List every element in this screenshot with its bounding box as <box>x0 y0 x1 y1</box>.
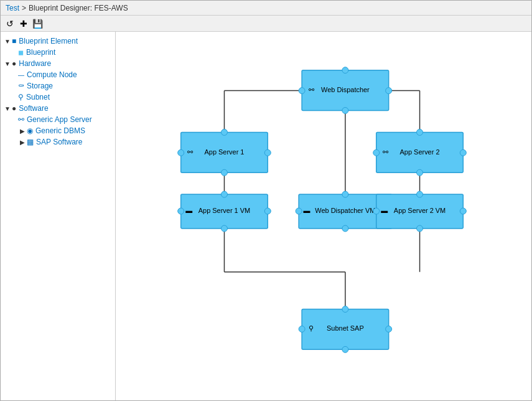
main-content: ▼ ■ Blueprint Element ◼ Blueprint ▼ ● Ha… <box>1 32 531 400</box>
hardware-icon: ● <box>12 59 16 68</box>
generic-app-server-label: Generic App Server <box>27 115 92 124</box>
breadcrumb-separator: > <box>22 4 26 12</box>
software-label: Software <box>19 104 48 113</box>
svg-point-31 <box>264 208 271 214</box>
subnet-sap-label: Subnet SAP <box>327 324 364 332</box>
svg-point-49 <box>386 326 392 332</box>
svg-point-38 <box>342 191 348 197</box>
canvas-area: ⚯ Web Dispatcher ⚯ App Server 1 <box>116 32 531 400</box>
web-dispatcher-label: Web Dispatcher <box>321 86 370 93</box>
sidebar-item-blueprint[interactable]: ◼ Blueprint <box>1 47 115 58</box>
blueprint-element-label: Blueprint Element <box>19 37 78 45</box>
blueprint-element-icon: ■ <box>12 37 16 45</box>
svg-point-27 <box>417 169 423 176</box>
app-server-2-label: App Server 2 <box>400 148 440 156</box>
collapse-blueprint-element[interactable]: ▼ <box>3 38 12 45</box>
app-server-icon: ⚯ <box>18 115 24 124</box>
title-bar: Test > Blueprint Designer: FES-AWS <box>1 1 531 16</box>
node-subnet-sap[interactable]: ⚲ Subnet SAP <box>299 306 392 353</box>
svg-point-20 <box>221 129 227 135</box>
node-app-server-2[interactable]: ⚯ App Server 2 <box>373 129 467 176</box>
sidebar-item-hardware[interactable]: ▼ ● Hardware <box>1 58 115 69</box>
svg-point-45 <box>417 225 423 232</box>
svg-point-13 <box>386 88 392 94</box>
storage-icon: ⚰ <box>18 82 24 90</box>
app-server-1-label: App Server 1 <box>205 148 245 156</box>
sidebar-item-generic-app-server[interactable]: ⚯ Generic App Server <box>1 114 115 125</box>
collapse-sap[interactable]: ▶ <box>18 139 27 146</box>
save-icon[interactable]: 💾 <box>32 18 43 29</box>
blueprint-icon: ◼ <box>18 49 24 57</box>
app-server-1-vm-label: App Server 1 VM <box>198 207 250 214</box>
svg-text:▬: ▬ <box>381 207 388 214</box>
node-web-dispatcher[interactable]: ⚯ Web Dispatcher <box>299 67 392 114</box>
svg-point-30 <box>178 208 184 214</box>
svg-point-50 <box>342 306 348 313</box>
svg-text:▬: ▬ <box>185 207 192 214</box>
sidebar: ▼ ■ Blueprint Element ◼ Blueprint ▼ ● Ha… <box>1 32 116 400</box>
svg-text:⚲: ⚲ <box>309 324 314 332</box>
dbms-icon: ◉ <box>27 126 33 135</box>
back-icon[interactable]: ↺ <box>4 18 16 29</box>
svg-point-25 <box>460 149 466 156</box>
svg-point-21 <box>221 169 227 176</box>
svg-point-15 <box>342 108 348 114</box>
svg-point-39 <box>342 225 348 232</box>
collapse-hardware[interactable]: ▼ <box>3 60 12 67</box>
svg-point-32 <box>221 191 227 197</box>
breadcrumb-current: Blueprint Designer: FES-AWS <box>29 4 128 12</box>
sap-icon: ▩ <box>27 138 34 146</box>
web-dispatcher-vm-label: Web Dispatcher VM <box>315 207 375 214</box>
add-icon[interactable]: ✚ <box>18 18 29 29</box>
app-server-2-vm-label: App Server 2 VM <box>394 207 446 214</box>
svg-text:⚯: ⚯ <box>383 148 389 156</box>
svg-point-14 <box>342 67 348 73</box>
collapse-software[interactable]: ▼ <box>3 105 12 112</box>
svg-point-36 <box>296 208 302 214</box>
hardware-label: Hardware <box>19 59 51 68</box>
software-icon: ● <box>12 104 16 113</box>
breadcrumb-test[interactable]: Test <box>6 4 19 12</box>
sidebar-item-sap-software[interactable]: ▶ ▩ SAP Software <box>1 136 115 148</box>
svg-point-12 <box>299 88 305 94</box>
svg-point-19 <box>264 149 271 156</box>
sidebar-item-subnet[interactable]: ⚲ Subnet <box>1 92 115 103</box>
diagram-canvas: ⚯ Web Dispatcher ⚯ App Server 1 <box>116 32 531 400</box>
toolbar: ↺ ✚ 💾 <box>1 16 531 32</box>
svg-point-26 <box>417 129 423 135</box>
node-app-server-2-vm[interactable]: ▬ App Server 2 VM <box>373 191 467 232</box>
subnet-icon: ⚲ <box>18 93 24 101</box>
node-app-server-1-vm[interactable]: ▬ App Server 1 VM <box>178 191 271 232</box>
compute-node-label: Compute Node <box>27 70 77 79</box>
svg-text:▬: ▬ <box>304 207 310 214</box>
svg-point-33 <box>221 225 227 232</box>
blueprint-label: Blueprint <box>26 48 55 57</box>
svg-point-18 <box>178 149 184 156</box>
subnet-label: Subnet <box>26 93 50 101</box>
collapse-dbms[interactable]: ▶ <box>18 128 27 134</box>
svg-point-24 <box>373 149 380 156</box>
generic-dbms-label: Generic DBMS <box>35 126 85 135</box>
node-app-server-1[interactable]: ⚯ App Server 1 <box>178 129 271 176</box>
sidebar-item-compute-node[interactable]: — Compute Node <box>1 69 115 80</box>
sidebar-item-software[interactable]: ▼ ● Software <box>1 103 115 114</box>
svg-point-42 <box>373 208 380 214</box>
storage-label: Storage <box>27 82 53 90</box>
svg-point-48 <box>299 326 305 332</box>
svg-text:⚯: ⚯ <box>187 148 194 156</box>
svg-point-43 <box>460 208 466 214</box>
svg-point-44 <box>417 191 423 197</box>
compute-icon: — <box>18 72 24 78</box>
sidebar-item-generic-dbms[interactable]: ▶ ◉ Generic DBMS <box>1 125 115 136</box>
sap-software-label: SAP Software <box>36 138 82 146</box>
app-window: Test > Blueprint Designer: FES-AWS ↺ ✚ 💾… <box>0 0 532 401</box>
svg-text:⚯: ⚯ <box>309 86 315 93</box>
svg-point-51 <box>342 346 348 352</box>
sidebar-item-storage[interactable]: ⚰ Storage <box>1 80 115 92</box>
sidebar-item-blueprint-element[interactable]: ▼ ■ Blueprint Element <box>1 35 115 47</box>
